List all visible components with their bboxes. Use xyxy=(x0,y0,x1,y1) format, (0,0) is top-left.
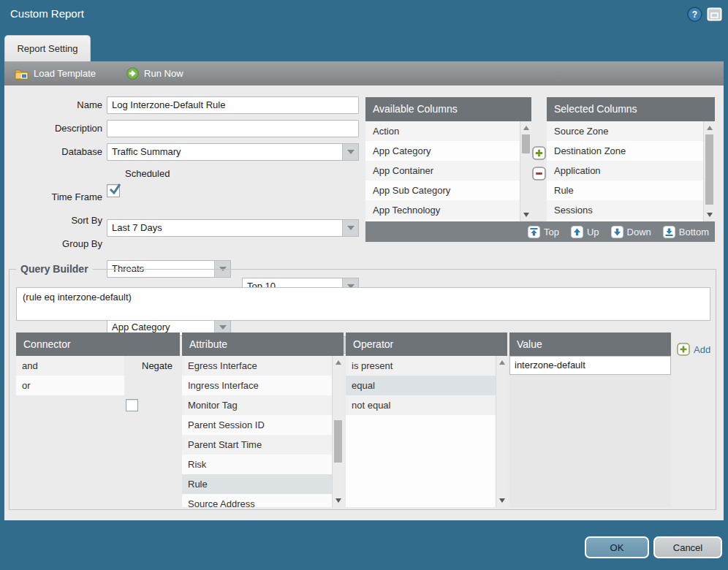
database-label: Database xyxy=(4,143,102,161)
list-item[interactable]: App Sub Category xyxy=(365,180,531,200)
scroll-down-icon[interactable] xyxy=(523,213,529,217)
remove-column-button[interactable] xyxy=(532,167,546,180)
help-icon[interactable]: ? xyxy=(687,7,702,22)
available-columns-panel: Available Columns Action App Category Ap… xyxy=(365,97,531,221)
operator-column: is present equal not equal xyxy=(346,356,507,507)
query-textarea[interactable]: (rule eq interzone-default) xyxy=(16,287,710,321)
window-icon[interactable] xyxy=(707,7,722,21)
scrollbar[interactable] xyxy=(332,356,344,507)
toolbar: Load Template Run Now xyxy=(4,61,724,86)
name-input[interactable]: Log Interzone-Default Rule xyxy=(107,96,359,114)
scrollbar[interactable] xyxy=(520,121,531,221)
selected-columns-panel: Selected Columns Source Zone Destination… xyxy=(547,97,715,221)
list-item[interactable]: App Technology xyxy=(365,200,531,220)
reorder-bar: Top Up Down Bottom xyxy=(365,221,715,242)
scroll-down-icon[interactable] xyxy=(335,498,341,503)
scrollbar[interactable] xyxy=(496,356,507,507)
description-label: Description xyxy=(4,120,102,137)
operator-option[interactable]: not equal xyxy=(346,395,507,415)
list-item[interactable]: Rule xyxy=(547,180,715,200)
list-item[interactable]: Sessions xyxy=(547,200,715,220)
attribute-option[interactable]: Parent Start Time xyxy=(182,435,344,455)
operator-option-selected[interactable]: equal xyxy=(346,376,507,395)
connector-option-or[interactable]: or xyxy=(16,376,124,395)
add-label: Add xyxy=(694,344,710,355)
down-button[interactable]: Down xyxy=(611,226,651,238)
attribute-option[interactable]: Ingress Interface xyxy=(182,376,344,395)
bottom-button[interactable]: Bottom xyxy=(663,226,709,238)
cancel-label: Cancel xyxy=(673,542,702,553)
attribute-option[interactable]: Risk xyxy=(182,455,344,474)
database-select[interactable]: Traffic Summary xyxy=(107,143,359,161)
scrollbar[interactable] xyxy=(703,121,715,221)
name-label: Name xyxy=(4,96,102,114)
list-item[interactable]: Application xyxy=(547,161,715,180)
database-value: Traffic Summary xyxy=(112,146,181,157)
load-template-button[interactable]: Load Template xyxy=(7,61,103,86)
value-column: interzone-default xyxy=(509,356,671,507)
plus-icon xyxy=(677,343,690,356)
list-item[interactable]: Action xyxy=(365,121,531,141)
scheduled-checkbox[interactable] xyxy=(107,184,120,197)
load-template-label: Load Template xyxy=(34,68,96,79)
scroll-thumb[interactable] xyxy=(705,134,713,205)
time-frame-select[interactable]: Last 7 Days xyxy=(107,219,359,237)
attribute-option[interactable]: Monitor Tag xyxy=(182,395,344,415)
scroll-down-icon[interactable] xyxy=(499,498,505,503)
attribute-option[interactable]: Source Address xyxy=(182,494,344,507)
time-frame-value: Last 7 Days xyxy=(112,222,162,233)
top-button[interactable]: Top xyxy=(528,226,559,238)
list-item[interactable]: App Category xyxy=(365,141,531,161)
list-item[interactable]: Source Zone xyxy=(547,121,715,141)
scroll-down-icon[interactable] xyxy=(707,213,713,217)
connector-header: Connector xyxy=(16,332,180,356)
folder-icon xyxy=(15,68,29,80)
query-builder-legend: Query Builder xyxy=(16,263,93,275)
scroll-thumb[interactable] xyxy=(334,420,342,463)
attribute-option-selected[interactable]: Rule xyxy=(182,474,344,494)
description-input[interactable] xyxy=(107,120,359,137)
up-button[interactable]: Up xyxy=(571,226,599,238)
run-now-label: Run Now xyxy=(144,68,183,79)
list-item[interactable]: Destination Zone xyxy=(547,141,715,161)
add-condition-button[interactable]: Add xyxy=(677,343,710,356)
value-header: Value xyxy=(509,332,671,356)
ok-button[interactable]: OK xyxy=(585,536,649,558)
scroll-up-icon[interactable] xyxy=(499,360,505,365)
move-up-icon xyxy=(571,226,583,238)
add-column-button[interactable] xyxy=(532,146,546,160)
down-label: Down xyxy=(627,227,651,238)
move-down-icon xyxy=(611,226,623,238)
content-panel: Name Description Database Time Frame Sor… xyxy=(4,86,724,520)
scroll-up-icon[interactable] xyxy=(523,126,529,130)
list-item[interactable]: App Container xyxy=(365,161,531,180)
time-frame-label: Time Frame xyxy=(4,189,102,206)
dialog-title: Custom Report xyxy=(10,7,84,20)
move-top-icon xyxy=(528,226,540,238)
top-label: Top xyxy=(544,227,559,238)
scroll-up-icon[interactable] xyxy=(335,360,341,365)
chevron-down-icon[interactable] xyxy=(342,144,358,160)
run-now-button[interactable]: Run Now xyxy=(119,61,190,86)
negate-checkbox[interactable] xyxy=(126,399,138,411)
negate-label: Negate xyxy=(142,360,172,373)
run-icon xyxy=(126,67,139,80)
ok-label: OK xyxy=(610,542,624,553)
tab-report-setting[interactable]: Report Setting xyxy=(4,35,91,61)
chevron-down-icon[interactable] xyxy=(342,220,358,236)
operator-option[interactable]: is present xyxy=(346,356,507,376)
attribute-option[interactable]: Parent Session ID xyxy=(182,415,344,435)
value-input[interactable]: interzone-default xyxy=(509,356,671,375)
available-columns-header: Available Columns xyxy=(365,97,531,121)
attribute-header: Attribute xyxy=(182,332,344,356)
group-by-label: Group By xyxy=(4,235,102,253)
connector-option-and[interactable]: and xyxy=(16,356,124,376)
svg-text:?: ? xyxy=(692,10,697,20)
attribute-option[interactable]: Egress Interface xyxy=(182,356,344,376)
scroll-thumb[interactable] xyxy=(522,134,530,153)
selected-columns-header: Selected Columns xyxy=(547,97,715,121)
sort-by-label: Sort By xyxy=(4,212,102,229)
scheduled-label: Scheduled xyxy=(125,167,170,180)
cancel-button[interactable]: Cancel xyxy=(653,536,722,558)
scroll-up-icon[interactable] xyxy=(707,126,713,130)
